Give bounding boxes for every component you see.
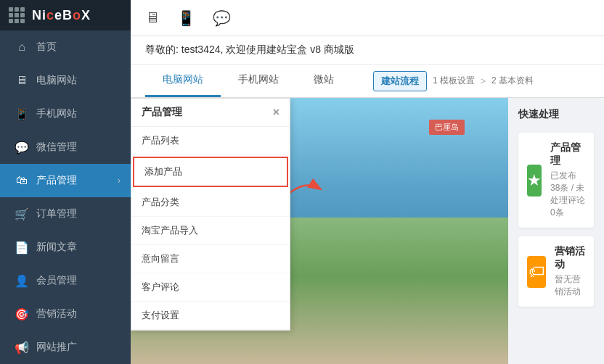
sidebar-item-recommend[interactable]: 📢 网站推广: [0, 331, 131, 364]
quick-card-product[interactable]: ★ 产品管理 已发布38条 / 未处理评论0条: [518, 133, 594, 228]
quick-card-marketing[interactable]: 🏷 营销活动 暂无营销活动: [518, 236, 594, 307]
dropdown-menu: 产品管理 × 产品列表 添加产品 产品分类 淘宝产品导入 意向留言: [131, 98, 290, 331]
marketing-quick-sub: 暂无营销活动: [555, 273, 585, 298]
logo-text: NiceBoX: [32, 8, 91, 23]
tab-wechat[interactable]: 微站: [296, 65, 351, 97]
dropdown-item-reviews[interactable]: 客户评论: [131, 273, 290, 302]
dropdown-item-taobao-import[interactable]: 淘宝产品导入: [131, 217, 290, 245]
dropdown-title: 产品管理: [142, 106, 182, 119]
tab-mobile-site[interactable]: 手机网站: [221, 65, 296, 97]
sidebar-item-label: 订单管理: [36, 207, 77, 220]
mobile-icon: 📱: [15, 107, 29, 121]
user-icon: 👤: [15, 274, 29, 288]
chevron-right-icon: ›: [118, 175, 121, 186]
sidebar-item-mobile-site[interactable]: 📱 手机网站: [0, 97, 131, 131]
sidebar-item-label: 会员管理: [36, 274, 77, 287]
welcome-text: 尊敬的: test3424, 欢迎使用建站宝盒 v8 商城版: [145, 44, 354, 55]
flow-separator: >: [481, 76, 486, 86]
sidebar-item-label: 电脑网站: [36, 74, 77, 87]
product-quick-icon: ★: [527, 165, 542, 197]
sidebar-nav: ⌂ 首页 🖥 电脑网站 📱 手机网站 💬 微信管理 🛍 产品管理 › 🛒 订单管…: [0, 30, 131, 364]
sidebar-item-wechat[interactable]: 💬 微信管理: [0, 131, 131, 164]
monitor-topbar-icon[interactable]: 🖥: [145, 9, 160, 26]
sidebar-item-order[interactable]: 🛒 订单管理: [0, 197, 131, 231]
sidebar-item-label: 手机网站: [36, 107, 77, 120]
dropdown-item-wishlist[interactable]: 意向留言: [131, 245, 290, 273]
megaphone-icon: 📢: [15, 341, 29, 355]
main-content: 🖥 📱 💬 尊敬的: test3424, 欢迎使用建站宝盒 v8 商城版 电脑网…: [131, 0, 604, 364]
sidebar-item-label: 营销活动: [36, 307, 77, 320]
sidebar-item-label: 首页: [36, 41, 57, 54]
monitor-icon: 🖥: [15, 74, 29, 87]
sidebar-item-home[interactable]: ⌂ 首页: [0, 30, 131, 64]
chat-icon: 💬: [15, 141, 29, 154]
sidebar-item-news[interactable]: 📄 新闻文章: [0, 231, 131, 264]
right-panel: 快速处理 ★ 产品管理 已发布38条 / 未处理评论0条 🏷 营销活动 暂无营销…: [508, 98, 604, 364]
product-quick-title: 产品管理: [550, 141, 585, 167]
sidebar-item-member[interactable]: 👤 会员管理: [0, 264, 131, 297]
home-icon: ⌂: [15, 41, 29, 54]
preview-area: ▶ 巴厘岛 产品管理 × 产品列表 添加产品 产品分类: [131, 98, 508, 364]
product-quick-info: 产品管理 已发布38条 / 未处理评论0条: [550, 141, 585, 219]
flow-step1: 1 模板设置: [433, 75, 475, 87]
preview-location-badge: 巴厘岛: [429, 120, 465, 135]
sidebar-item-label: 网站推广: [36, 341, 77, 354]
chat-topbar-icon[interactable]: 💬: [213, 9, 231, 27]
sidebar-item-marketing[interactable]: 🎯 营销活动: [0, 297, 131, 331]
quick-title: 快速处理: [518, 108, 594, 121]
content-area: ▶ 巴厘岛 产品管理 × 产品列表 添加产品 产品分类: [131, 98, 604, 364]
sidebar-item-label: 产品管理: [36, 174, 77, 187]
document-icon: 📄: [15, 241, 29, 255]
sidebar: NiceBoX ⌂ 首页 🖥 电脑网站 📱 手机网站 💬 微信管理 🛍 产品管理…: [0, 0, 131, 364]
marketing-quick-title: 营销活动: [555, 245, 585, 271]
sidebar-item-label: 新闻文章: [36, 241, 77, 254]
bag-icon: 🛍: [15, 174, 29, 187]
sidebar-item-label: 微信管理: [36, 141, 77, 154]
sidebar-item-pc-site[interactable]: 🖥 电脑网站: [0, 64, 131, 97]
tab-pc-site[interactable]: 电脑网站: [145, 65, 221, 97]
dropdown-item-product-category[interactable]: 产品分类: [131, 189, 290, 217]
sidebar-logo: NiceBoX: [0, 0, 131, 30]
dropdown-item-payment[interactable]: 支付设置: [131, 302, 290, 330]
sidebar-item-product[interactable]: 🛍 产品管理 ›: [0, 164, 131, 197]
flow-step2: 2 基本资料: [491, 75, 534, 87]
target-icon: 🎯: [15, 307, 29, 321]
dropdown-item-product-list[interactable]: 产品列表: [131, 127, 290, 155]
cart-icon: 🛒: [15, 207, 29, 221]
welcome-bar: 尊敬的: test3424, 欢迎使用建站宝盒 v8 商城版: [131, 36, 604, 65]
dropdown-item-add-product[interactable]: 添加产品: [133, 157, 288, 187]
dropdown-close-button[interactable]: ×: [273, 106, 279, 119]
flow-badge[interactable]: 建站流程: [373, 71, 427, 91]
marketing-quick-info: 营销活动 暂无营销活动: [555, 245, 585, 298]
logo-grid-icon: [9, 7, 25, 23]
tabs-row: 电脑网站 手机网站 微站 建站流程 1 模板设置 > 2 基本资料: [131, 65, 604, 98]
mobile-topbar-icon[interactable]: 📱: [177, 9, 195, 27]
product-quick-sub: 已发布38条 / 未处理评论0条: [550, 170, 585, 219]
topbar: 🖥 📱 💬: [131, 0, 604, 36]
marketing-quick-icon: 🏷: [527, 256, 546, 288]
flow-steps: 建站流程 1 模板设置 > 2 基本资料: [373, 71, 534, 91]
dropdown-header: 产品管理 ×: [131, 99, 290, 127]
